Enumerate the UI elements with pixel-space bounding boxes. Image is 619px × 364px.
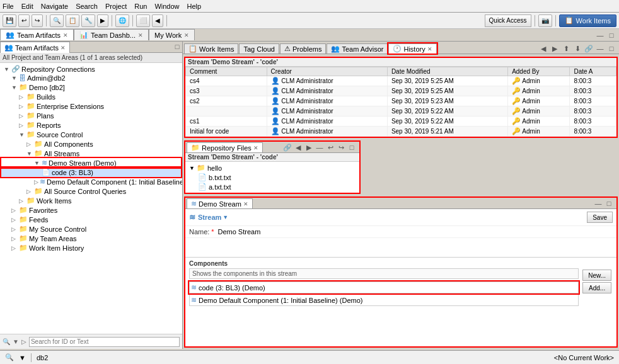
history-tab-close[interactable]: ✕ — [427, 46, 432, 52]
repo-file-b[interactable]: 📄 b.txt.txt — [188, 173, 357, 182]
repo-icon-1[interactable]: 🔗 — [282, 142, 292, 152]
stream-save-button[interactable]: Save — [587, 212, 613, 223]
repo-icon-5[interactable]: ↪ — [336, 142, 346, 152]
team-artifacts-icon: 👥 — [6, 31, 14, 39]
tab-team-artifacts[interactable]: 👥 Team Artifacts ✕ — [0, 29, 74, 40]
history-table-row[interactable]: 👤 CLM Administrator Sep 30, 2019 5:22 AM… — [186, 106, 616, 117]
repo-maximize[interactable]: □ — [347, 142, 357, 152]
tree-enterprise[interactable]: ▷ 📁 Enterprise Extensions — [1, 101, 181, 111]
ds-minimize[interactable]: — — [593, 198, 603, 208]
tab-work-items[interactable]: 📋 Work Items — [184, 43, 238, 54]
tab-my-work[interactable]: My Work ✕ — [149, 29, 195, 40]
menu-navigate[interactable]: Navigate — [41, 3, 68, 10]
left-tab-team-artifacts[interactable]: 👥 Team Artifacts ✕ — [0, 42, 70, 53]
toolbar-btn-2[interactable]: ↩ — [18, 14, 30, 27]
menu-file[interactable]: File — [3, 3, 14, 10]
tab-demo-stream[interactable]: ≋ Demo Stream ✕ — [187, 198, 253, 208]
tab-tag-cloud[interactable]: Tag Cloud — [239, 43, 279, 54]
history-table-row[interactable]: cs4 👤 CLM Administrator Sep 30, 2019 5:2… — [186, 76, 616, 86]
tree-repo-connections[interactable]: ▼ 🔗 Repository Connections — [1, 64, 181, 74]
tab-problems[interactable]: ⚠ Problems — [280, 43, 326, 54]
tree-my-source-control[interactable]: ▷ 📁 My Source Control — [1, 224, 181, 234]
right-panel-minimize[interactable]: — — [595, 43, 605, 54]
menu-search[interactable]: Search — [76, 3, 98, 10]
tree-my-team-areas[interactable]: ▷ 📁 My Team Areas — [1, 234, 181, 243]
tree-demo-default-component[interactable]: ▷ ≋ Demo Default Component (1: Initial B… — [1, 177, 181, 186]
component-code-bl3[interactable]: ≋ code (3: BL3) (Demo) — [189, 282, 579, 293]
right-panel-icon-2[interactable]: ▶ — [550, 43, 560, 54]
component-demo-default[interactable]: ≋ Demo Default Component (1: Initial Bas… — [189, 294, 579, 306]
repo-tab-close[interactable]: ✕ — [253, 145, 258, 151]
menu-edit[interactable]: Edit — [21, 3, 33, 10]
right-panel-icon-5[interactable]: 🔗 — [584, 43, 594, 54]
left-tab-close[interactable]: ✕ — [61, 45, 66, 51]
reports-icon: 📁 — [26, 121, 35, 129]
menu-project[interactable]: Project — [105, 3, 127, 10]
history-table-row[interactable]: cs1 👤 CLM Administrator Sep 30, 2019 5:2… — [186, 117, 616, 127]
right-panel-maximize[interactable]: □ — [606, 43, 616, 54]
tab-close-team-artifacts[interactable]: ✕ — [63, 32, 68, 38]
menu-run[interactable]: Run — [134, 3, 147, 10]
repo-file-a[interactable]: 📄 a.txt.txt — [188, 182, 357, 191]
history-table-row[interactable]: cs3 👤 CLM Administrator Sep 30, 2019 5:2… — [186, 86, 616, 96]
history-table-row[interactable]: Initial for code 👤 CLM Administrator Sep… — [186, 127, 616, 137]
tree-demo-db2[interactable]: ▼ 📁 Demo [db2] — [1, 82, 181, 92]
toolbar-icon-1[interactable]: 📷 — [538, 14, 552, 27]
perspective-maximize[interactable]: □ — [606, 30, 616, 40]
tree-reports[interactable]: ▷ 📁 Reports — [1, 120, 181, 130]
stream-type-dropdown[interactable]: Stream ▼ — [198, 213, 228, 221]
toolbar-btn-5[interactable]: 📋 — [66, 14, 79, 27]
toolbar-btn-9[interactable]: ⬜ — [136, 14, 150, 27]
left-panel-minimize[interactable]: □ — [172, 42, 182, 52]
add-component-button[interactable]: Add... — [582, 282, 611, 293]
repo-icon-3[interactable]: ▶ — [304, 142, 314, 152]
demo-stream-tab-close[interactable]: ✕ — [243, 201, 248, 207]
user-icon: 👤 — [271, 87, 280, 94]
tree-all-sc-queries[interactable]: ▷ 📁 All Source Control Queries — [1, 186, 181, 196]
toolbar-btn-8[interactable]: 🌐 — [115, 14, 129, 27]
ds-maximize[interactable]: □ — [604, 198, 614, 208]
tab-team-dashboard[interactable]: 📊 Team Dashb... ✕ — [74, 29, 149, 40]
tab-history[interactable]: 🕐 History ✕ — [388, 43, 436, 54]
tree-favorites[interactable]: ▷ 📁 Favorites — [1, 205, 181, 215]
toolbar-btn-6[interactable]: 🔧 — [81, 14, 95, 27]
repo-minimize[interactable]: — — [315, 142, 325, 152]
repo-icon-4[interactable]: ↩ — [325, 142, 335, 152]
tree-all-components[interactable]: ▷ 📁 All Components — [1, 139, 181, 149]
tree-all-streams[interactable]: ▼ 📁 All Streams — [1, 149, 181, 158]
tab-close-my-work[interactable]: ✕ — [184, 32, 189, 38]
right-panel-icon-1[interactable]: ◀ — [538, 43, 548, 54]
tree-feeds[interactable]: ▷ 📁 Feeds — [1, 215, 181, 224]
tree-source-control[interactable]: ▼ 📁 Source Control — [1, 130, 181, 139]
components-section: Components Shows the components in this … — [185, 257, 616, 309]
quick-access-box[interactable]: Quick Access — [485, 14, 531, 27]
right-panel-icon-4[interactable]: ⬇ — [572, 43, 582, 54]
perspective-minimize[interactable]: — — [595, 30, 605, 40]
tab-team-advisor[interactable]: 👥 Team Advisor — [327, 43, 388, 54]
tree-demo-stream[interactable]: ▼ ≋ Demo Stream (Demo) — [1, 158, 181, 168]
toolbar-btn-7[interactable]: ▶ — [97, 14, 108, 27]
menu-help[interactable]: Help — [187, 3, 202, 10]
right-panel-icon-3[interactable]: ⬆ — [561, 43, 571, 54]
left-search-input[interactable] — [29, 337, 180, 347]
tree-code-bl3[interactable]: 📄 code (3: BL3) — [1, 168, 181, 177]
tree-plans[interactable]: ▷ 📁 Plans — [1, 111, 181, 120]
repo-file-hello[interactable]: ▼ 📁 hello — [188, 163, 357, 173]
new-component-button[interactable]: New... — [582, 270, 611, 281]
toolbar-btn-4[interactable]: 🔍 — [50, 14, 64, 27]
tab-repo-files[interactable]: 📁 Repository Files ✕ — [187, 142, 263, 152]
tree-admin-db2[interactable]: ▼ 🗄 Admin@db2 — [1, 74, 181, 82]
repo-icon-2[interactable]: ◀ — [293, 142, 303, 152]
tab-close-team-dash[interactable]: ✕ — [138, 32, 143, 38]
history-table-row[interactable]: cs2 👤 CLM Administrator Sep 30, 2019 5:2… — [186, 96, 616, 106]
toolbar-btn-10[interactable]: ◀ — [152, 14, 163, 27]
work-items-button[interactable]: 📋 Work Items — [559, 14, 616, 27]
tree-work-item-history[interactable]: ▷ 📁 Work Item History — [1, 243, 181, 253]
toolbar-btn-1[interactable]: 💾 — [3, 14, 16, 27]
menu-window[interactable]: Window — [154, 3, 179, 10]
left-panel-tabs: 👥 Team Artifacts ✕ □ — [0, 42, 182, 53]
toolbar-btn-3[interactable]: ↪ — [32, 14, 43, 27]
col-added-by: Added By — [508, 67, 570, 76]
tree-builds[interactable]: ▷ 📁 Builds — [1, 92, 181, 101]
tree-work-items[interactable]: ▷ 📁 Work Items — [1, 196, 181, 205]
